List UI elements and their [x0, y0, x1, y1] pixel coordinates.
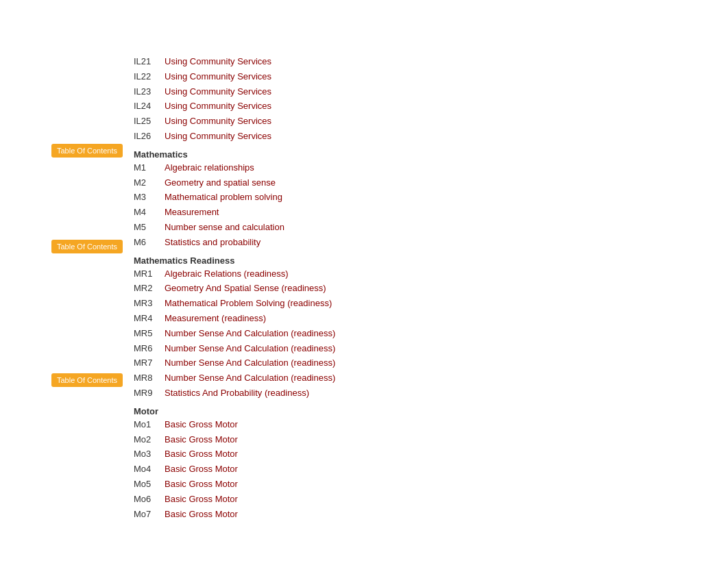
item-code: Mo2 — [134, 433, 165, 447]
item-code: M2 — [134, 176, 165, 190]
list-item: Mo7 Basic Gross Motor — [134, 508, 728, 522]
item-label: Basic Gross Motor — [165, 462, 238, 477]
item-code: M4 — [134, 205, 165, 220]
item-label: Number sense and calculation — [165, 221, 284, 235]
item-code: Mo1 — [134, 418, 165, 432]
item-label: Geometry and spatial sense — [165, 176, 276, 190]
item-label: Geometry And Spatial Sense (readiness) — [165, 282, 326, 296]
list-item: MR1 Algebraic Relations (readiness) — [134, 267, 728, 282]
item-label: Basic Gross Motor — [165, 418, 238, 432]
item-code: MR2 — [134, 282, 165, 296]
item-label: Statistics And Probability (readiness) — [165, 386, 309, 401]
item-code: M3 — [134, 190, 165, 205]
list-item: IL24 Using Community Services — [134, 99, 728, 114]
item-code: IL23 — [134, 85, 165, 99]
section-motor: Motor Mo1 Basic Gross Motor Mo2 Basic Gr… — [134, 406, 728, 522]
section-title: Mathematics — [134, 149, 728, 160]
list-item: Mo1 Basic Gross Motor — [134, 418, 728, 432]
list-item: MR9 Statistics And Probability (readines… — [134, 386, 728, 401]
item-code: IL21 — [134, 55, 165, 69]
list-item: Mo2 Basic Gross Motor — [134, 433, 728, 447]
list-item: MR2 Geometry And Spatial Sense (readines… — [134, 282, 728, 296]
item-label: Using Community Services — [165, 114, 271, 129]
item-label: Statistics and probability — [165, 236, 260, 250]
item-label: Mathematical problem solving — [165, 190, 282, 205]
item-code: MR7 — [134, 356, 165, 371]
list-item: IL26 Using Community Services — [134, 129, 728, 144]
item-code: MR8 — [134, 371, 165, 386]
item-label: Measurement — [165, 205, 219, 220]
item-code: MR5 — [134, 327, 165, 341]
list-item: IL21 Using Community Services — [134, 55, 728, 69]
item-code: M6 — [134, 236, 165, 250]
list-item: Mo6 Basic Gross Motor — [134, 492, 728, 507]
item-label: Algebraic relationships — [165, 161, 254, 175]
list-item: M2 Geometry and spatial sense — [134, 176, 728, 190]
section-mathematics: Mathematics M1 Algebraic relationships M… — [134, 149, 728, 250]
item-code: MR1 — [134, 267, 165, 282]
item-code: Mo6 — [134, 492, 165, 507]
item-code: Mo7 — [134, 508, 165, 522]
item-code: IL22 — [134, 70, 165, 84]
page-content: Table Of Contents Table Of Contents Tabl… — [0, 0, 728, 551]
item-code: Mo3 — [134, 447, 165, 462]
item-code: MR9 — [134, 386, 165, 401]
item-label: Number Sense And Calculation (readiness) — [165, 371, 335, 386]
section-title: Motor — [134, 406, 728, 416]
section-independent-living: IL21 Using Community Services IL22 Using… — [134, 55, 728, 144]
toc-button-1[interactable]: Table Of Contents — [51, 144, 123, 158]
item-label: Using Community Services — [165, 85, 271, 99]
toc-button-2[interactable]: Table Of Contents — [51, 240, 123, 253]
item-label: Using Community Services — [165, 55, 271, 69]
item-code: M1 — [134, 161, 165, 175]
list-item: MR4 Measurement (readiness) — [134, 312, 728, 326]
list-item: MR6 Number Sense And Calculation (readin… — [134, 342, 728, 356]
list-item: IL23 Using Community Services — [134, 85, 728, 99]
item-label: Algebraic Relations (readiness) — [165, 267, 289, 282]
item-label: Measurement (readiness) — [165, 312, 266, 326]
list-item: Mo4 Basic Gross Motor — [134, 462, 728, 477]
list-item: MR3 Mathematical Problem Solving (readin… — [134, 297, 728, 311]
item-label: Basic Gross Motor — [165, 433, 238, 447]
list-item: IL25 Using Community Services — [134, 114, 728, 129]
item-label: Basic Gross Motor — [165, 447, 238, 462]
list-item: Mo5 Basic Gross Motor — [134, 477, 728, 492]
item-code: Mo5 — [134, 477, 165, 492]
item-label: Number Sense And Calculation (readiness) — [165, 356, 335, 371]
list-item: M4 Measurement — [134, 205, 728, 220]
list-item: M3 Mathematical problem solving — [134, 190, 728, 205]
item-label: Number Sense And Calculation (readiness) — [165, 342, 335, 356]
list-item: MR8 Number Sense And Calculation (readin… — [134, 371, 728, 386]
item-label: Basic Gross Motor — [165, 477, 238, 492]
toc-button-3[interactable]: Table Of Contents — [51, 373, 123, 387]
item-label: Number Sense And Calculation (readiness) — [165, 327, 335, 341]
list-item: MR7 Number Sense And Calculation (readin… — [134, 356, 728, 371]
item-code: MR6 — [134, 342, 165, 356]
item-label: Mathematical Problem Solving (readiness) — [165, 297, 332, 311]
item-label: Using Community Services — [165, 99, 271, 114]
section-title: Mathematics Readiness — [134, 255, 728, 266]
item-code: M5 — [134, 221, 165, 235]
list-item: IL22 Using Community Services — [134, 70, 728, 84]
item-label: Basic Gross Motor — [165, 492, 238, 507]
list-item: MR5 Number Sense And Calculation (readin… — [134, 327, 728, 341]
item-label: Using Community Services — [165, 70, 271, 84]
item-code: IL25 — [134, 114, 165, 129]
item-label: Basic Gross Motor — [165, 508, 238, 522]
list-item: Mo3 Basic Gross Motor — [134, 447, 728, 462]
item-code: MR4 — [134, 312, 165, 326]
item-code: Mo4 — [134, 462, 165, 477]
item-code: MR3 — [134, 297, 165, 311]
item-code: IL26 — [134, 129, 165, 144]
list-item: M6 Statistics and probability — [134, 236, 728, 250]
section-mathematics-readiness: Mathematics Readiness MR1 Algebraic Rela… — [134, 255, 728, 401]
list-item: M5 Number sense and calculation — [134, 221, 728, 235]
item-label: Using Community Services — [165, 129, 271, 144]
item-code: IL24 — [134, 99, 165, 114]
list-item: M1 Algebraic relationships — [134, 161, 728, 175]
